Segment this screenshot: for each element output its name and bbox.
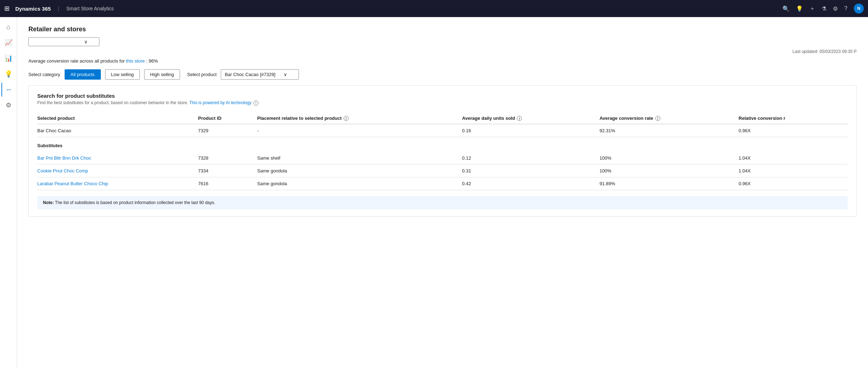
filter-bar: Select category All products Low selling… [28, 69, 857, 80]
substitutes-table: Selected product Product ID Placement re… [37, 113, 848, 191]
conversion-note-highlight: this store [126, 58, 145, 64]
left-sidebar: ⌂ 📈 📊 💡 ↔ ⚙ [0, 17, 17, 369]
table-header-row: Selected product Product ID Placement re… [37, 113, 848, 124]
substitute-1-placement: Same shelf [257, 152, 462, 165]
table-row: Larabar Peanut Butter Choco Chip 7616 Sa… [37, 177, 848, 190]
substitutes-card: Search for product substitutes Find the … [28, 85, 857, 217]
product-dropdown-value: Bar Choc Cacao [#7329] [225, 72, 275, 77]
filter-all-products[interactable]: All products [65, 69, 101, 80]
lightbulb-icon[interactable]: 💡 [796, 5, 803, 12]
sidebar-item-analytics[interactable]: 📈 [1, 36, 16, 50]
substitute-2-id: 7334 [198, 165, 257, 177]
selected-product-relative-conversion: 0.96X [739, 124, 848, 137]
avg-conversion-info-icon[interactable]: i [655, 116, 660, 121]
filter-low-selling[interactable]: Low selling [105, 69, 140, 80]
col-header-product-id: Product ID [198, 113, 257, 124]
substitutes-header-label: Substitutes [37, 137, 848, 152]
sidebar-item-home[interactable]: ⌂ [1, 20, 16, 34]
placement-info-icon[interactable]: i [344, 116, 349, 121]
substitute-2-name[interactable]: Cookie Pnut Choc Comp [37, 165, 198, 177]
substitute-1-avg-conversion: 100% [600, 152, 739, 165]
selected-product-avg-conversion: 92.31% [600, 124, 739, 137]
substitute-3-id: 7616 [198, 177, 257, 190]
product-dropdown[interactable]: Bar Choc Cacao [#7329] ∨ [221, 69, 299, 80]
col-header-product: Selected product [37, 113, 198, 124]
search-icon[interactable]: 🔍 [782, 5, 790, 12]
filter-high-selling[interactable]: High selling [144, 69, 180, 80]
substitute-3-relative-conversion: 0.96X [739, 177, 848, 190]
last-updated-text: Last updated: 05/03/2023 09:35 P [28, 49, 857, 54]
subtitle-info-icon[interactable]: i [253, 101, 258, 106]
selected-product-avg-units: 0.16 [462, 124, 600, 137]
store-selector-row: ∨ [28, 37, 857, 46]
substitute-3-placement: Same gondola [257, 177, 462, 190]
note-label: Note: [43, 200, 54, 205]
substitute-3-name[interactable]: Larabar Peanut Butter Choco Chip [37, 177, 198, 190]
note-box: Note: The list of substitutes is based o… [37, 196, 848, 209]
col-header-relative-conversion: Relative conversion r [739, 113, 848, 124]
card-subtitle: Find the best substitutes for a product,… [37, 100, 848, 106]
substitute-1-relative-conversion: 1.04X [739, 152, 848, 165]
user-avatar[interactable]: N [854, 4, 864, 14]
col-header-avg-units: Average daily units sold i [462, 113, 600, 124]
help-icon[interactable]: ? [844, 5, 847, 12]
conversion-note-prefix: Average conversion rate across all produ… [28, 58, 125, 64]
main-content: Retailer and stores ∨ Last updated: 05/0… [17, 17, 868, 369]
table-row: Cookie Pnut Choc Comp 7334 Same gondola … [37, 165, 848, 177]
sidebar-item-settings[interactable]: ⚙ [1, 98, 16, 112]
top-navigation: ⊞ Dynamics 365 | Smart Store Analytics 🔍… [0, 0, 868, 17]
category-label: Select category [28, 72, 60, 77]
substitute-1-name[interactable]: Bar Pnt Bttr Bnn Drk Choc [37, 152, 198, 165]
card-title: Search for product substitutes [37, 93, 848, 99]
avg-units-info-icon[interactable]: i [517, 116, 522, 121]
conversion-note: Average conversion rate across all produ… [28, 58, 857, 64]
substitute-2-relative-conversion: 1.04X [739, 165, 848, 177]
substitute-2-placement: Same gondola [257, 165, 462, 177]
selected-product-row: Bar Choc Cacao 7329 - 0.16 92.31% 0.96X [37, 124, 848, 137]
store-dropdown[interactable]: ∨ [28, 37, 99, 46]
substitute-1-avg-units: 0.12 [462, 152, 600, 165]
sidebar-item-ideas[interactable]: 💡 [1, 67, 16, 81]
waffle-icon[interactable]: ⊞ [4, 5, 10, 12]
substitute-2-avg-units: 0.31 [462, 165, 600, 177]
substitute-3-avg-units: 0.42 [462, 177, 600, 190]
selected-product-name: Bar Choc Cacao [37, 124, 198, 137]
conversion-note-suffix: : 96% [146, 58, 158, 64]
settings-icon[interactable]: ⚙ [833, 5, 838, 12]
substitute-2-avg-conversion: 100% [600, 165, 739, 177]
substitutes-section-header: Substitutes [37, 137, 848, 152]
substitute-1-id: 7328 [198, 152, 257, 165]
sidebar-item-substitutes[interactable]: ↔ [1, 82, 16, 97]
nav-icons-group: 🔍 💡 ＋ ⚗ ⚙ ? N [782, 4, 864, 14]
table-row: Bar Pnt Bttr Bnn Drk Choc 7328 Same shel… [37, 152, 848, 165]
filter-icon[interactable]: ⚗ [821, 5, 826, 12]
substitute-3-avg-conversion: 91.89% [600, 177, 739, 190]
subtitle-prefix: Find the best substitutes for a product,… [37, 100, 188, 105]
subtitle-ai: This is powered by AI technology [189, 100, 251, 105]
col-header-placement: Placement relative to selected product i [257, 113, 462, 124]
note-text: The list of substitutes is based on prod… [55, 200, 215, 205]
col-header-avg-conversion: Average conversion rate i [600, 113, 739, 124]
page-title: Retailer and stores [28, 26, 857, 33]
sidebar-item-reports[interactable]: 📊 [1, 51, 16, 65]
store-dropdown-chevron: ∨ [84, 39, 88, 44]
selected-product-id: 7329 [198, 124, 257, 137]
brand-name: Dynamics 365 [15, 6, 51, 12]
plus-icon[interactable]: ＋ [809, 5, 815, 12]
app-title: Smart Store Analytics [66, 6, 114, 11]
product-dropdown-chevron: ∨ [284, 72, 287, 77]
selected-product-placement: - [257, 124, 462, 137]
nav-separator: | [58, 6, 59, 11]
product-selector-label: Select product [187, 72, 217, 77]
